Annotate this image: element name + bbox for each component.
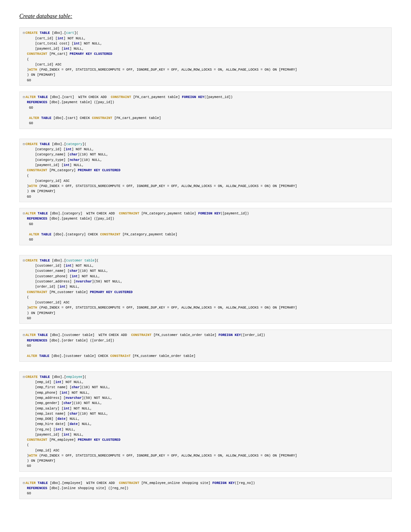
customer-alter-block: ⊟ALTER TABLE [dbo].[customer table] WITH… xyxy=(19,330,392,362)
category-alter-block: ⊟ALTER TABLE [dbo].[category] WITH CHECK… xyxy=(19,208,392,245)
customer-section: ⊟CREATE TABLE [dbo].[customer table]( [c… xyxy=(19,255,392,362)
cart-create-block: ⊟CREATE TABLE [dbo].[cart]( [cart_id] [i… xyxy=(19,27,392,86)
employee-alter-block: ⊟ALTER TABLE [dbo].[employee] WITH CHECK… xyxy=(19,478,392,499)
employee-create-block: ⊟CREATE TABLE [dbo].[employee]( [emp_id]… xyxy=(19,371,392,472)
category-create-block: ⊟CREATE TABLE [dbo].[category]( [categor… xyxy=(19,139,392,202)
page-title: Create database table: xyxy=(19,13,392,20)
cart-alter-block: ⊟ALTER TABLE [dbo].[cart] WITH CHECK ADD… xyxy=(19,92,392,129)
category-section: ⊟CREATE TABLE [dbo].[category]( [categor… xyxy=(19,139,392,245)
customer-create-block: ⊟CREATE TABLE [dbo].[customer table]( [c… xyxy=(19,255,392,324)
employee-section: ⊟CREATE TABLE [dbo].[employee]( [emp_id]… xyxy=(19,371,392,499)
cart-section: ⊟CREATE TABLE [dbo].[cart]( [cart_id] [i… xyxy=(19,27,392,129)
